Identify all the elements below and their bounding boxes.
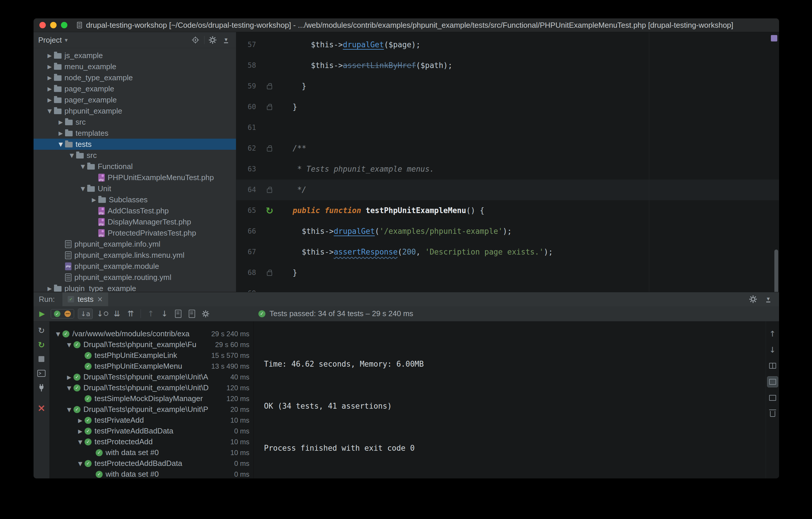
editor-line[interactable]: 67 $this->assertResponse(200, 'Descripti… <box>236 242 779 263</box>
test-tree-item[interactable]: ✓with data set #010 ms <box>50 447 254 458</box>
tree-toggle-icon[interactable]: ▼ <box>65 385 74 391</box>
project-tree-item[interactable]: PHPUnitExampleMenuTest.php <box>33 172 236 183</box>
chevron-down-icon[interactable]: ▾ <box>65 36 68 44</box>
tree-toggle-icon[interactable]: ▼ <box>76 439 85 445</box>
editor-scrollbar-thumb[interactable] <box>774 250 778 292</box>
tree-toggle-icon[interactable]: ▶ <box>45 63 54 70</box>
project-tree-item[interactable]: AddClassTest.php <box>33 205 236 216</box>
tree-toggle-icon[interactable]: ▶ <box>76 428 85 434</box>
editor-line[interactable]: 62 /** <box>236 138 779 159</box>
project-tree-item[interactable]: ▶src <box>33 116 236 128</box>
editor-line[interactable]: 60 } <box>236 97 779 117</box>
test-settings-gear-icon[interactable] <box>201 308 210 319</box>
tree-toggle-icon[interactable]: ▶ <box>45 52 54 59</box>
collapse-all-button[interactable]: ⇈ <box>126 308 136 319</box>
tree-toggle-icon[interactable]: ▼ <box>79 163 87 170</box>
editor-line[interactable]: 59 } <box>236 76 779 97</box>
editor-line[interactable]: 65↻ public function testPhpUnitExampleMe… <box>236 200 779 221</box>
project-tool-label[interactable]: Project <box>38 36 62 45</box>
project-tree-item[interactable]: ▶Subclasses <box>33 194 236 205</box>
editor-line[interactable]: 57 $this->drupalGet($page); <box>236 34 779 55</box>
test-tree-item[interactable]: ▼✓Drupal\Tests\phpunit_example\Unit\D120… <box>50 382 254 393</box>
settings-gear-icon[interactable] <box>207 35 218 45</box>
project-tree-item[interactable]: ProtectedPrivatesTest.php <box>33 227 236 239</box>
next-failed-test-button[interactable]: ↓ <box>160 308 170 319</box>
project-tree-item[interactable]: ▼Unit <box>33 183 236 194</box>
soft-wrap-icon[interactable] <box>767 377 778 387</box>
tree-toggle-icon[interactable]: ▼ <box>67 152 76 159</box>
sort-alphabetically-toggle[interactable]: ↓a <box>78 308 93 319</box>
clear-console-icon[interactable] <box>767 409 778 419</box>
rerun-tests-button[interactable]: ▶ <box>37 308 47 319</box>
tree-toggle-icon[interactable]: ▶ <box>65 374 74 380</box>
editor-line[interactable]: 64 */ <box>236 180 779 200</box>
close-run-panel-icon[interactable]: × <box>36 403 47 413</box>
hide-panel-icon[interactable]: ▾ <box>221 35 231 45</box>
project-tree-item[interactable]: phpphpunit_example.module <box>33 261 236 272</box>
editor-line[interactable]: 58 $this->assertLinkByHref($path); <box>236 55 779 76</box>
tree-toggle-icon[interactable]: ▼ <box>54 331 62 337</box>
show-passed-toggle[interactable]: ✓ <box>54 310 60 317</box>
rerun-failed-tests-icon[interactable]: ↻ <box>36 340 47 350</box>
titlebar[interactable]: drupal-testing-workshop [~/Code/os/drupa… <box>33 18 779 32</box>
test-tree[interactable]: ▼✓/var/www/web/modules/contrib/exa29 s 2… <box>50 321 254 479</box>
test-tree-item[interactable]: ✓testPhpUnitExampleMenu13 s 490 ms <box>50 361 254 372</box>
editor-line[interactable]: 63 * Tests phpunit_example menus. <box>236 159 779 180</box>
editor[interactable]: 57 $this->drupalGet($page);58 $this->ass… <box>236 32 779 292</box>
project-tree-item[interactable]: ▶plugin_type_example <box>33 283 236 292</box>
previous-failed-test-button[interactable]: ↑ <box>146 308 156 319</box>
run-settings-gear-icon[interactable] <box>748 294 759 305</box>
test-tree-item[interactable]: ▼✓/var/www/web/modules/contrib/exa29 s 2… <box>50 328 254 339</box>
tree-toggle-icon[interactable]: ▶ <box>56 119 65 125</box>
run-tab-tests[interactable]: ✓ tests × <box>62 292 108 306</box>
project-tree-item[interactable]: ▶pager_example <box>33 94 236 105</box>
expand-all-button[interactable]: ⇊ <box>112 308 122 319</box>
export-test-results-button[interactable] <box>187 308 197 319</box>
editor-line[interactable]: 69 <box>236 283 779 292</box>
project-tree-item[interactable]: ▶node_type_example <box>33 72 236 83</box>
project-tree-item[interactable]: ▶templates <box>33 128 236 139</box>
editor-line[interactable]: 61 <box>236 117 779 138</box>
close-window-button[interactable] <box>39 22 46 28</box>
scroll-up-icon[interactable]: ↑ <box>767 328 778 339</box>
tree-toggle-icon[interactable]: ▶ <box>45 97 54 103</box>
project-tree-item[interactable]: ▼Functional <box>33 161 236 172</box>
tree-toggle-icon[interactable]: ▼ <box>79 185 87 192</box>
tree-toggle-icon[interactable]: ▼ <box>76 460 85 467</box>
project-tree-item[interactable]: phpunit_example.links.menu.yml <box>33 250 236 261</box>
locate-file-icon[interactable] <box>190 35 201 45</box>
test-tree-item[interactable]: ▶✓testPrivateAdd10 ms <box>50 415 254 426</box>
scroll-to-end-icon[interactable] <box>767 392 778 403</box>
tree-toggle-icon[interactable]: ▼ <box>45 108 54 114</box>
tree-toggle-icon[interactable]: ▶ <box>90 196 98 203</box>
test-tree-item[interactable]: ✓testSimpleMockDisplayManager120 ms <box>50 393 254 404</box>
minimize-window-button[interactable] <box>50 22 57 28</box>
zoom-window-button[interactable] <box>61 22 67 28</box>
run-test-icon[interactable]: ↻ <box>266 206 273 215</box>
console-icon[interactable] <box>36 368 47 378</box>
test-tree-item[interactable]: ▼✓Drupal\Tests\phpunit_example\Unit\P20 … <box>50 404 254 415</box>
tree-toggle-icon[interactable]: ▶ <box>56 130 65 136</box>
tree-toggle-icon[interactable]: ▶ <box>45 285 54 292</box>
project-tree[interactable]: ▶js_example▶menu_example▶node_type_examp… <box>33 48 236 292</box>
hide-run-panel-icon[interactable]: ▾ <box>763 294 774 305</box>
project-tree-item[interactable]: ▼src <box>33 150 236 161</box>
show-ignored-toggle[interactable] <box>64 310 71 317</box>
project-tree-item[interactable]: phpunit_example.info.yml <box>33 239 236 250</box>
project-tree-item[interactable]: ▶js_example <box>33 50 236 61</box>
stop-icon[interactable] <box>36 354 47 364</box>
sort-by-duration-toggle[interactable]: ↓ <box>96 308 108 319</box>
editor-line[interactable]: 66 $this->drupalGet('/examples/phpunit-e… <box>236 221 779 242</box>
inspection-indicator[interactable] <box>771 35 777 42</box>
tree-toggle-icon[interactable]: ▼ <box>65 406 74 413</box>
tree-toggle-icon[interactable]: ▼ <box>56 141 65 147</box>
split-view-icon[interactable] <box>767 360 778 371</box>
test-tree-item[interactable]: ✓with data set #00 ms <box>50 469 254 479</box>
import-test-results-button[interactable] <box>173 308 183 319</box>
test-tree-item[interactable]: ▶✓testPrivateAddBadData0 ms <box>50 426 254 436</box>
test-tree-item[interactable]: ▼✓Drupal\Tests\phpunit_example\Fu29 s 60… <box>50 339 254 350</box>
tree-toggle-icon[interactable]: ▶ <box>45 85 54 92</box>
editor-line[interactable]: 68 } <box>236 263 779 283</box>
console-output[interactable]: Time: 46.62 seconds, Memory: 6.00MBOK (3… <box>254 321 765 479</box>
project-tree-item[interactable]: ▶page_example <box>33 83 236 94</box>
